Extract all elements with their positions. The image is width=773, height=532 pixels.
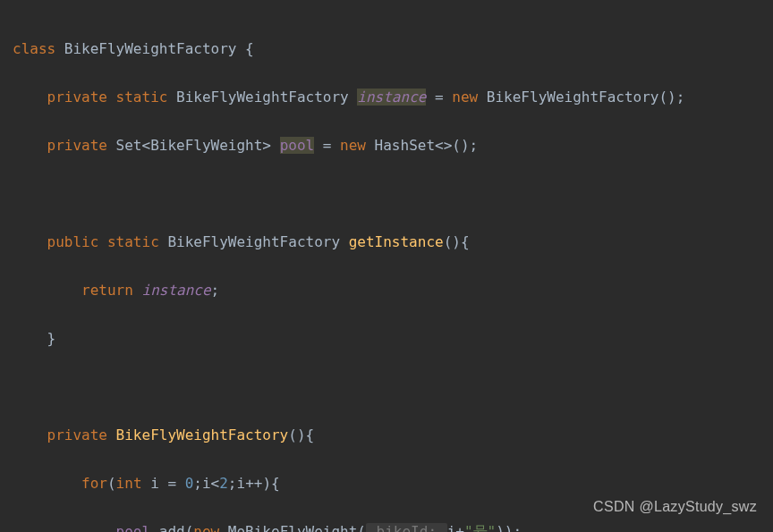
code-line: return instance; [13,278,773,302]
code-line [13,182,773,206]
code-editor[interactable]: class BikeFlyWeightFactory { private sta… [0,0,773,532]
code-line: class BikeFlyWeightFactory { [13,37,773,61]
code-line: pool.add(new MoBikeFlyWeight( bikeId: i+… [13,519,773,532]
code-line: for(int i = 0;i<2;i++){ [13,471,773,495]
code-line: public static BikeFlyWeightFactory getIn… [13,230,773,254]
code-line: private BikeFlyWeightFactory(){ [13,423,773,447]
watermark-text: CSDN @LazyStudy_swz [593,494,757,519]
code-line: private Set<BikeFlyWeight> pool = new Ha… [13,133,773,157]
code-line: private static BikeFlyWeightFactory inst… [13,85,773,109]
code-line: } [13,326,773,350]
code-line [13,375,773,399]
